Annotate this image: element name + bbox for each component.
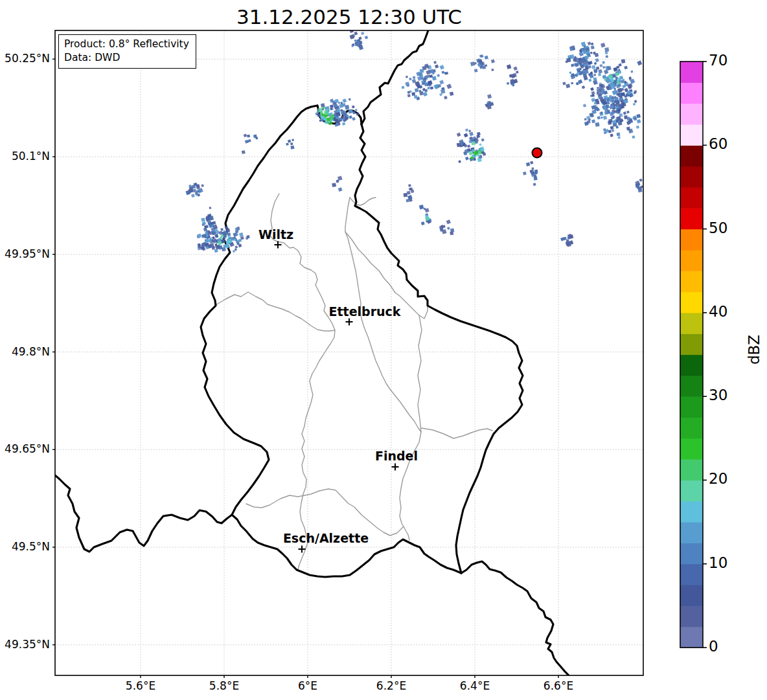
radar-echo-bin [591, 45, 595, 49]
colorbar-tick-label: 30 [709, 387, 727, 403]
colorbar-segment [680, 459, 703, 480]
graticule-gridlines [55, 30, 643, 675]
city-marker-layer [275, 242, 399, 553]
radar-echo-bin [409, 78, 412, 81]
radar-echo-bin [423, 92, 428, 96]
country-border-france-belgium [55, 475, 232, 552]
radar-echo-bin [624, 115, 628, 119]
y-axis-tick-label: 50.1°N [0, 150, 50, 164]
x-axis-tick-label: 5.8°E [195, 679, 253, 692]
colorbar-segment [680, 543, 703, 564]
radar-echo-bin [244, 133, 247, 137]
radar-echo-bin [349, 98, 351, 101]
radar-echo-bin [639, 179, 643, 182]
radar-echo-bin [414, 95, 418, 99]
radar-echo-bin [605, 55, 608, 58]
colorbar-segment [680, 438, 703, 460]
radar-echo-bin [247, 135, 250, 138]
radar-echo-bin [582, 85, 586, 89]
radar-echo-bin [487, 105, 492, 109]
country-border-luxembourg-west [201, 106, 317, 515]
colorbar-segment [680, 585, 703, 606]
colorbar-segment [680, 417, 703, 438]
radar-echo-bin [591, 119, 595, 123]
radar-echo-bin [246, 237, 248, 240]
radar-echo-bin [239, 232, 244, 237]
radar-echo-bin [616, 120, 619, 122]
radar-echo-bin [637, 60, 642, 65]
radar-echo-bin [636, 126, 639, 129]
radar-echo-bin [582, 70, 586, 73]
country-border-france-germany [461, 561, 569, 675]
y-axis-tick-label: 49.8°N [0, 345, 50, 359]
y-axis-tick-label: 49.95°N [0, 247, 50, 262]
radar-echo-bin [485, 64, 487, 66]
radar-echo-bin [210, 243, 214, 247]
city-label: Esch/Alzette [283, 531, 369, 545]
radar-echo-bin [637, 119, 641, 124]
y-axis-tick-label: 49.65°N [0, 442, 50, 457]
radar-echo-bin [491, 69, 494, 71]
radar-echo-bin [233, 250, 235, 253]
radar-echo-bin [365, 26, 368, 29]
radar-echo-bin [469, 131, 474, 136]
colorbar-segment [680, 208, 703, 229]
radar-echo-bin [245, 140, 249, 144]
district-border-arc [350, 198, 376, 205]
city-plus-marker [392, 464, 399, 471]
radar-echo-bin [290, 142, 293, 146]
radar-echo-bin [227, 229, 230, 232]
radar-echo-bin [531, 167, 534, 170]
radar-echo-bin [513, 67, 518, 71]
radar-echo-bin [530, 161, 533, 164]
radar-echo-bin [223, 245, 226, 248]
colorbar-segment [680, 271, 703, 292]
radar-echo-bin [626, 111, 630, 114]
district-border-north [216, 292, 335, 331]
weather-radar-map-page: 31.12.2025 12:30 UTC Product: 0.8° Refle… [0, 0, 767, 700]
radar-echo-bin [420, 69, 424, 73]
radar-echo-bin [597, 89, 601, 93]
radar-echo-bin [468, 130, 471, 132]
colorbar-segment [680, 564, 703, 585]
colorbar-segment [680, 229, 703, 251]
colorbar-tick-label: 50 [709, 220, 727, 236]
radar-echo-bin [491, 60, 495, 63]
city-plus-marker [346, 319, 353, 326]
radar-echo-bin [465, 129, 468, 131]
radar-echo-bin [604, 111, 608, 115]
colorbar-segment [680, 292, 703, 313]
radar-echo-bin [566, 84, 570, 88]
radar-echo-bin [406, 199, 409, 203]
radar-echo-bin [595, 122, 600, 127]
radar-echo-bin [242, 150, 246, 154]
radar-echo-bin [615, 106, 619, 109]
radar-echo-bin [411, 92, 415, 96]
radar-echo-bin [248, 139, 251, 142]
radar-echo-bin [444, 96, 448, 100]
radar-echo-bin [465, 157, 469, 161]
colorbar-segment [680, 62, 703, 83]
radar-echo-bin [610, 133, 613, 137]
radar-echo-bin [421, 221, 425, 225]
radar-echo-bin [595, 58, 599, 63]
radar-echo-bin [599, 64, 602, 67]
radar-echo-bin [408, 184, 411, 186]
radar-echo-bin [601, 117, 603, 119]
radar-echo-bin [197, 194, 200, 197]
radar-echo-bin [584, 122, 589, 126]
radar-echo-bin [636, 114, 641, 119]
colorbar-segment [680, 145, 703, 166]
city-label: Findel [375, 449, 418, 463]
country-border-layer [55, 30, 569, 675]
radar-echo-bin [594, 62, 597, 65]
radar-echo-bin [585, 56, 589, 60]
radar-echo-bin [614, 96, 618, 100]
colorbar-segment [680, 627, 703, 648]
colorbar-tick-label: 0 [709, 638, 718, 655]
radar-echo-bin [235, 245, 238, 249]
radar-echo-bin [201, 184, 204, 187]
radar-echo-bin [209, 216, 214, 220]
radar-echo-bin [292, 139, 294, 141]
radar-echo-bin [201, 218, 205, 221]
